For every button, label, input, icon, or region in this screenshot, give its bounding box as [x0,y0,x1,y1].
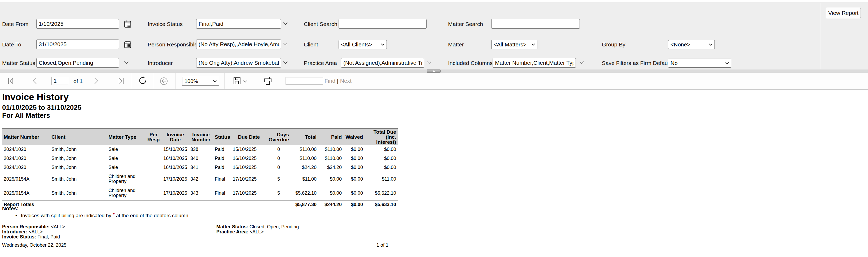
toolbar-separator [357,73,357,89]
toolbar-separator [154,73,154,89]
view-report-button[interactable]: View Report [826,8,861,18]
chevron-down-icon [283,61,288,64]
report-totals-label: Report Totals [2,200,290,209]
note-item: •Invoices with split billing are indicat… [16,213,188,219]
group-by-select[interactable]: <None> [668,40,715,49]
included-columns-input[interactable] [493,58,576,68]
table-cell: 17/10/2025 [231,172,267,186]
collapse-filters-button[interactable] [427,69,441,73]
export-button[interactable] [233,77,241,85]
previous-page-button[interactable] [33,78,37,84]
save-export-icon [233,77,241,85]
matter-label: Matter [448,41,464,48]
table-cell: Sale [107,154,145,163]
refresh-button[interactable] [138,76,147,85]
print-icon [263,76,272,85]
previous-page-icon [33,78,37,84]
report-total-value: $0.00 [343,200,365,209]
table-cell: $0.00 [343,145,365,154]
split-billing-asterisk: * [113,212,115,217]
date-to-input[interactable] [36,39,119,49]
next-page-button[interactable] [94,78,98,84]
find-next-divider: | [335,78,340,84]
last-page-icon [118,78,124,84]
matter-status-dropdown-button[interactable] [124,61,129,64]
page-indicator: 1 of 1 [376,242,389,248]
save-filters-select[interactable]: No [668,59,731,68]
table-cell: Paid [213,154,231,163]
invoice-status-dropdown-button[interactable] [283,22,288,25]
included-columns-dropdown-button[interactable] [580,61,584,64]
parameter-value: Final, Paid [36,234,60,239]
invoice-status-input[interactable] [196,19,281,29]
save-filters-label: Save Filters as Firm Default? [602,60,674,66]
matter-search-label: Matter Search [448,21,483,27]
introducer-input[interactable] [196,58,281,68]
chevron-down-icon [243,80,247,83]
back-to-parent-button[interactable] [160,77,168,85]
table-cell: Paid [213,163,231,172]
person-responsible-dropdown-button[interactable] [283,43,288,45]
date-to-calendar-button[interactable] [124,40,131,48]
client-search-input[interactable] [339,19,427,29]
bullet-icon: • [16,213,17,218]
table-cell: $110.00 [318,145,343,154]
date-from-calendar-button[interactable] [124,20,131,28]
zoom-select[interactable]: 100% [182,77,219,86]
matter-status-input[interactable] [36,58,119,68]
introducer-dropdown-button[interactable] [283,61,288,64]
table-cell: 2025/0154A [2,186,50,201]
chevron-down-icon [283,43,288,45]
table-cell: 17/10/2025 [162,172,189,186]
client-select[interactable]: <All Clients> [339,40,387,49]
matter-select[interactable]: <All Matters> [491,40,537,49]
table-cell: $11.00 [290,172,318,186]
table-row: 2025/0154ASmith, JohnChildren and Proper… [2,172,398,186]
practice-area-dropdown-button[interactable] [427,61,431,64]
table-cell: Smith, John [50,172,107,186]
date-from-label: Date From [2,21,28,27]
last-page-button[interactable] [118,78,124,84]
export-dropdown-button[interactable] [243,80,247,83]
practice-area-input[interactable] [341,58,424,68]
column-header: Client [50,128,107,145]
select-caret-icon [213,80,217,82]
table-cell: $0.00 [343,186,365,201]
next-link[interactable]: Next [340,78,351,84]
table-cell: Final [213,172,231,186]
table-cell: Children and Property [107,186,145,201]
table-cell: 342 [189,172,213,186]
collapse-up-icon [432,70,435,72]
table-cell: $0.00 [343,163,365,172]
select-caret-icon [381,44,384,46]
invoice-status-label: Invoice Status [148,21,183,27]
parameter-label: Matter Status: [216,224,248,229]
table-cell: $0.00 [365,145,398,154]
table-cell: 338 [189,145,213,154]
print-button[interactable] [263,76,272,85]
table-cell: 0 [267,163,290,172]
find-text-input[interactable] [285,77,323,85]
report-total-value: $244.20 [318,200,343,209]
table-row: 2024/1020Smith, JohnSale16/10/2025340Pai… [2,154,398,163]
zoom-select-value: 100% [185,78,213,84]
column-header: Days Overdue [267,128,290,145]
first-page-button[interactable] [7,78,14,84]
table-cell [145,163,162,172]
page-number-input[interactable] [52,77,69,85]
report-scope: For All Matters [2,111,50,120]
column-header: Invoice Number [189,128,213,145]
table-cell: Smith, John [50,186,107,201]
table-cell: $110.00 [290,145,318,154]
matter-search-input[interactable] [491,19,580,29]
person-responsible-input[interactable] [196,39,281,49]
date-from-input[interactable] [36,19,119,29]
parameter-value: Closed, Open, Pending [248,224,299,229]
column-header: Matter Number [2,128,50,145]
table-row: 2024/1020Smith, JohnSale15/10/2025338Pai… [2,145,398,154]
group-by-select-value: <None> [671,41,707,48]
find-next-links: Find|Next [324,78,351,84]
table-cell: Smith, John [50,154,107,163]
find-link[interactable]: Find [324,78,335,84]
date-to-label: Date To [2,41,21,48]
